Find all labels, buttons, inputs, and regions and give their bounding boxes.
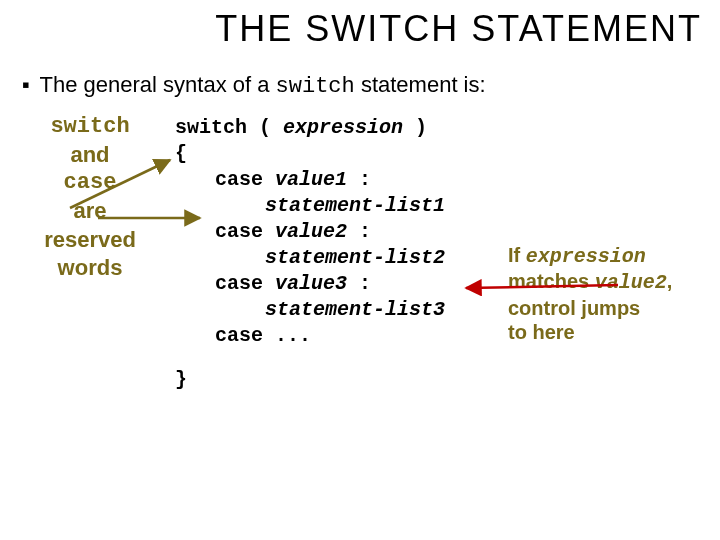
left-and: and [20,141,160,169]
intro-prefix: The general syntax of a [40,72,276,97]
right-annotation: If expression matches value2, control ju… [508,243,698,345]
intro-line: ▪ The general syntax of a switch stateme… [0,50,720,99]
code-line-4: statement-list1 [175,193,445,219]
intro-code: switch [276,74,355,99]
left-case: case [20,169,160,197]
bullet-icon: ▪ [22,72,30,97]
content-area: switch and case are reserved words switc… [0,113,720,493]
intro-suffix: statement is: [355,72,486,97]
code-block: switch ( expression ) { case value1 : st… [175,115,445,393]
code-line-10: } [175,367,445,393]
left-annotation: switch and case are reserved words [20,113,160,282]
code-line-7: case value3 : [175,271,445,297]
code-line-2: { [175,141,445,167]
code-line-1: switch ( expression ) [175,115,445,141]
left-are: are [20,197,160,225]
code-line-8: statement-list3 [175,297,445,323]
code-line-3: case value1 : [175,167,445,193]
left-words: words [20,254,160,282]
code-line-9: case ... [175,323,445,349]
code-line-6: statement-list2 [175,245,445,271]
slide-title: THE SWITCH STATEMENT [0,0,720,50]
code-line-5: case value2 : [175,219,445,245]
left-reserved: reserved [20,226,160,254]
left-switch: switch [20,113,160,141]
